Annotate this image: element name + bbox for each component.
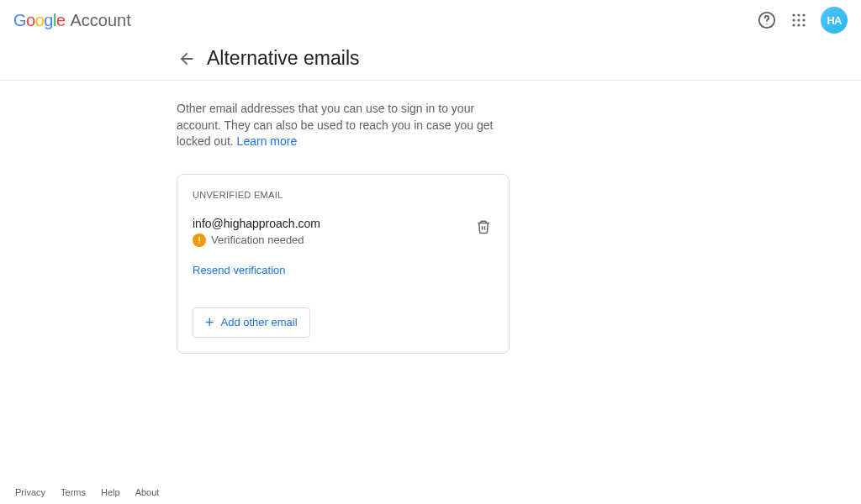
email-info: info@highapproach.com ! Verification nee… (193, 217, 473, 247)
warning-icon: ! (193, 234, 206, 247)
logo-area[interactable]: Google Account (13, 11, 131, 30)
back-button[interactable] (177, 49, 197, 69)
avatar[interactable]: HA (821, 7, 848, 34)
google-logo: Google (13, 11, 66, 30)
app-header: Google Account HA (0, 0, 861, 40)
learn-more-link[interactable]: Learn more (237, 134, 298, 148)
svg-point-9 (797, 24, 800, 26)
description-text: Other email addresses that you can use t… (177, 102, 493, 148)
apps-grid-icon[interactable] (789, 10, 809, 30)
email-card: UNVERIFIED EMAIL info@highapproach.com !… (177, 174, 510, 354)
svg-point-8 (792, 24, 795, 26)
svg-point-10 (802, 24, 805, 26)
svg-point-3 (797, 13, 800, 16)
svg-point-2 (792, 13, 795, 16)
title-row: Alternative emails (0, 40, 861, 81)
plus-icon: + (205, 315, 214, 330)
email-address: info@highapproach.com (193, 217, 473, 230)
footer: Privacy Terms Help About (15, 487, 159, 497)
main-content: Other email addresses that you can use t… (0, 81, 521, 354)
footer-about-link[interactable]: About (135, 487, 160, 497)
card-section-label: UNVERIFIED EMAIL (193, 190, 494, 200)
resend-verification-link[interactable]: Resend verification (193, 264, 286, 276)
svg-point-5 (792, 18, 795, 21)
svg-point-6 (797, 18, 800, 21)
delete-button[interactable] (473, 217, 494, 237)
svg-point-4 (802, 13, 805, 16)
page-description: Other email addresses that you can use t… (177, 101, 513, 150)
footer-help-link[interactable]: Help (101, 487, 120, 497)
header-actions: HA (757, 7, 848, 34)
add-other-email-button[interactable]: + Add other email (193, 307, 310, 338)
product-name: Account (71, 11, 131, 30)
svg-point-7 (802, 18, 805, 21)
add-button-label: Add other email (221, 316, 298, 328)
svg-point-1 (766, 24, 767, 24)
footer-privacy-link[interactable]: Privacy (15, 487, 45, 497)
verification-text: Verification needed (211, 234, 304, 246)
page-title: Alternative emails (207, 47, 360, 70)
help-icon[interactable] (757, 10, 777, 30)
verification-status: ! Verification needed (193, 234, 473, 247)
footer-terms-link[interactable]: Terms (61, 487, 86, 497)
email-row: info@highapproach.com ! Verification nee… (193, 217, 494, 247)
